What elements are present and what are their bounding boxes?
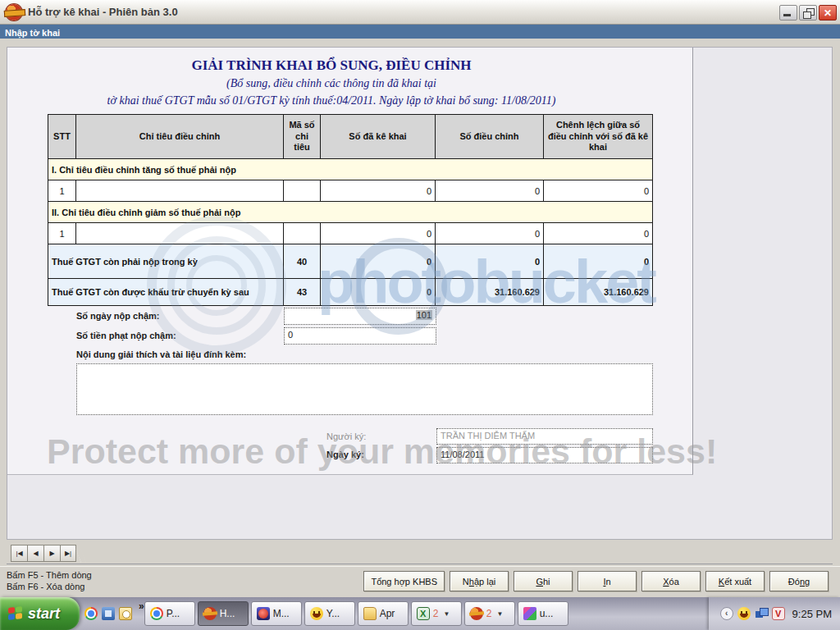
total-row-code: 40 xyxy=(284,244,321,279)
action-button-nhập-lại[interactable]: Nhập lại xyxy=(450,571,509,591)
tray-messenger-icon[interactable] xyxy=(737,607,751,620)
pencil-icon xyxy=(523,607,536,620)
task-button[interactable]: H... xyxy=(198,601,249,626)
restore-button[interactable] xyxy=(799,5,817,21)
action-button-đóng[interactable]: Đóng xyxy=(769,571,829,591)
form-paper: GIẢI TRÌNH KHAI BỔ SUNG, ĐIỀU CHỈNH (Bổ … xyxy=(7,48,693,475)
start-button[interactable]: start xyxy=(0,597,80,630)
task-button[interactable]: Y... xyxy=(304,601,355,626)
action-button-ghi[interactable]: Ghi xyxy=(514,571,573,591)
penalty-amount-input[interactable]: 0 xyxy=(284,327,436,345)
previous-record-button[interactable]: ◀ xyxy=(27,545,43,562)
row-criteria-cell[interactable] xyxy=(76,223,284,244)
action-button-tổng-hợp-khbs[interactable]: Tổng hợp KHBS xyxy=(363,571,445,591)
form-title: GIẢI TRÌNH KHAI BỔ SUNG, ĐIỀU CHỈNH xyxy=(7,57,655,74)
minimize-button[interactable] xyxy=(779,5,797,21)
action-button-row: Tổng hợp KHBSNhập lạiGhiInXóaKết xuấtĐón… xyxy=(363,571,829,591)
status-hint-f5: Bấm F5 - Thêm dòng xyxy=(7,570,92,580)
task-button[interactable]: u... xyxy=(518,601,568,626)
row-adjusted-cell[interactable]: 0 xyxy=(436,180,544,202)
dropdown-arrow-icon[interactable]: ▼ xyxy=(443,610,450,618)
table-column-header: Chỉ tiêu điều chỉnh xyxy=(76,115,284,159)
quick-launch-overflow-chevron[interactable]: » xyxy=(139,597,144,612)
record-navigator: |◀◀▶▶| xyxy=(11,545,76,562)
action-button-in[interactable]: In xyxy=(578,571,637,591)
task-button-label: 2 xyxy=(433,608,439,619)
task-button-label: P... xyxy=(167,608,180,619)
signer-input[interactable]: TRẦN THỊ DIỄM THẤM xyxy=(436,428,653,445)
signer-label: Người ký: xyxy=(326,431,366,441)
row-criteria-cell[interactable] xyxy=(76,180,284,202)
total-difference-cell: 31.160.629 xyxy=(544,279,653,306)
late-days-label: Số ngày nộp chậm: xyxy=(76,311,159,321)
task-button-label: H... xyxy=(220,608,235,619)
sheet-tab-label: KHBS xyxy=(75,546,101,563)
row-stt-cell: 1 xyxy=(48,223,76,244)
tray-network-icon[interactable] xyxy=(755,607,768,620)
total-adjusted-cell: 31.160.629 xyxy=(436,279,544,306)
task-button-label: Y... xyxy=(326,608,340,619)
htkk-icon xyxy=(470,607,483,620)
table-column-header: Số điều chỉnh xyxy=(436,115,544,159)
task-button-label: M... xyxy=(273,608,290,619)
close-button[interactable] xyxy=(819,5,837,21)
last-record-button[interactable]: ▶| xyxy=(60,545,76,562)
application-window: Hỗ trợ kê khai - Phiên bản 3.0 Nhập tờ k… xyxy=(0,0,840,630)
row-code-cell[interactable] xyxy=(284,223,321,244)
media-icon xyxy=(257,607,270,620)
adjustment-table: STTChỉ tiêu điều chỉnhMã số chi tiêuSố đ… xyxy=(48,114,653,306)
windows-flag-icon xyxy=(8,606,23,621)
title-bar: Hỗ trợ kê khai - Phiên bản 3.0 xyxy=(0,0,840,25)
form-subtitle-2: tờ khai thuế GTGT mẫu số 01/GTGT kỳ tính… xyxy=(7,94,655,107)
task-button-label: u... xyxy=(540,608,554,619)
row-difference-cell: 0 xyxy=(544,223,653,244)
table-header: STTChỉ tiêu điều chỉnhMã số chi tiêuSố đ… xyxy=(48,115,653,159)
sign-date-input[interactable]: 11/08/2011 xyxy=(436,447,653,463)
row-declared-cell[interactable]: 0 xyxy=(321,180,436,202)
row-difference-cell: 0 xyxy=(544,180,653,202)
quick-launch-chrome-icon[interactable] xyxy=(84,607,98,620)
total-adjusted-cell: 0 xyxy=(436,244,544,279)
first-record-button[interactable]: |◀ xyxy=(11,545,27,562)
task-button[interactable]: P... xyxy=(144,601,195,626)
status-bar: Bấm F5 - Thêm dòng Bấm F6 - Xóa dòng Tổn… xyxy=(0,566,840,597)
row-stt-cell: 1 xyxy=(48,180,76,202)
late-days-input[interactable]: 101 xyxy=(284,308,436,325)
task-button[interactable]: 2▼ xyxy=(464,601,515,626)
total-declared-cell: 0 xyxy=(321,244,436,279)
taskbar-clock: 9:25 PM xyxy=(789,608,832,620)
total-difference-cell: 0 xyxy=(544,244,653,279)
row-code-cell[interactable] xyxy=(284,180,321,202)
quick-launch-bluebox-icon[interactable] xyxy=(102,607,115,620)
task-button[interactable]: Apr xyxy=(358,601,409,626)
form-subtitle-1: (Bổ sung, điều chỉnh các thông tin đã kh… xyxy=(7,77,655,90)
total-row-code: 43 xyxy=(284,279,321,306)
tray-collapse-chevron-icon[interactable]: ‹ xyxy=(720,607,733,620)
table-column-header: STT xyxy=(48,115,76,159)
row-declared-cell[interactable]: 0 xyxy=(321,223,436,244)
sheet-tab-strip: |◀◀▶▶| Tờ khai điều chỉnhKHBS xyxy=(7,542,833,564)
htkk-icon xyxy=(203,607,217,620)
sheet-tab-label: Tờ khai điều chỉnh xyxy=(80,546,106,563)
app-logo-icon xyxy=(6,4,22,21)
next-record-button[interactable]: ▶ xyxy=(43,545,60,562)
tray-antivirus-icon[interactable] xyxy=(772,607,785,620)
explanation-textarea[interactable] xyxy=(76,363,653,415)
total-declared-cell: 0 xyxy=(321,279,436,306)
dropdown-arrow-icon[interactable]: ▼ xyxy=(496,610,503,618)
task-button[interactable]: 2▼ xyxy=(411,601,462,626)
status-hint-f6: Bấm F6 - Xóa dòng xyxy=(7,582,84,591)
menu-item-nhap-to-khai[interactable]: Nhập tờ khai xyxy=(0,26,60,40)
table-column-header: Chênh lệch giữa số điều chỉnh với số đã … xyxy=(544,115,653,159)
table-column-header: Số đã kê khai xyxy=(321,115,436,159)
task-button[interactable]: M... xyxy=(251,601,302,626)
system-tray: ‹ 9:25 PM xyxy=(709,597,840,630)
quick-launch-outlook-icon[interactable] xyxy=(119,607,132,620)
chrome-icon xyxy=(150,607,163,620)
section-row-label: I. Chỉ tiêu điều chỉnh tăng số thuế phải… xyxy=(48,159,653,180)
section-row-label: II. Chỉ tiêu điều chỉnh giảm số thuế phả… xyxy=(48,202,653,223)
row-adjusted-cell[interactable]: 0 xyxy=(436,223,544,244)
action-button-xóa[interactable]: Xóa xyxy=(641,571,701,591)
smiley-icon xyxy=(310,607,323,620)
action-button-kết-xuất[interactable]: Kết xuất xyxy=(705,571,765,591)
